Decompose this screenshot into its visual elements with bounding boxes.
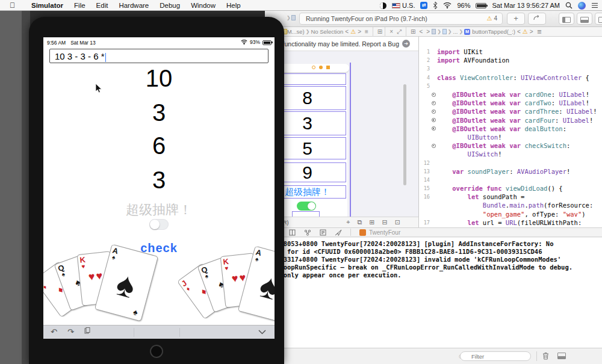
next-issue-icon[interactable]: > <box>528 28 535 35</box>
update-frames-icon[interactable]: ⌖ <box>346 218 350 226</box>
menu-extra-icon[interactable] <box>380 2 386 9</box>
card-suit-art: ♠ <box>98 260 154 310</box>
vc-exit-icon[interactable] <box>312 66 315 69</box>
wifi-icon[interactable] <box>443 2 452 8</box>
jump-symbol[interactable]: buttonTapped(_:) <box>472 28 515 35</box>
ib-outlet-connector-icon[interactable] <box>432 144 436 148</box>
menu-help[interactable]: Help <box>221 2 246 9</box>
dismiss-keyboard-icon[interactable] <box>258 330 266 335</box>
environment-overrides-icon[interactable] <box>320 229 326 236</box>
code-line: 16 let soundPath = <box>419 193 602 201</box>
warning-icon[interactable]: ⚠ <box>350 28 356 35</box>
method-badge-icon: M <box>464 29 470 35</box>
back-icon[interactable]: < <box>417 28 424 35</box>
warning-icon[interactable]: ⚠ <box>523 28 528 35</box>
debug-memory-graph-icon[interactable] <box>304 229 311 236</box>
tracking-icon[interactable]: ⊞ <box>409 28 417 35</box>
console-filter-input[interactable] <box>460 351 531 361</box>
menu-debug[interactable]: Debug <box>154 2 185 9</box>
assistant-editor-button[interactable] <box>577 13 592 25</box>
minimap-icon[interactable]: ≣ <box>535 28 544 35</box>
undo-icon[interactable]: ↶ <box>51 327 57 336</box>
console-log-line: l only appear once per execution. <box>276 271 602 279</box>
us-flag-icon <box>392 3 400 8</box>
ib-outlet-connector-icon[interactable] <box>432 110 436 114</box>
ib-outlet-connector-icon[interactable] <box>432 93 436 97</box>
paste-icon[interactable] <box>84 327 90 335</box>
code-line: UIButton! <box>419 133 602 141</box>
ib-check-switch[interactable] <box>297 202 316 211</box>
assistant-link-button[interactable] <box>528 13 546 25</box>
battery-percent: 96% <box>457 2 470 9</box>
check-switch-toggle[interactable] <box>149 219 169 230</box>
jump-selection[interactable]: No Selection <box>311 28 343 35</box>
expression-value: 10 3 - 3 - 6 * <box>55 51 105 61</box>
prev-issue-icon[interactable]: < <box>515 28 523 35</box>
apple-menu-icon[interactable]:  <box>10 1 15 10</box>
menu-window[interactable]: Window <box>185 2 221 9</box>
resolve-issues-icon[interactable]: ⊡ <box>395 218 400 226</box>
version-editor-button[interactable] <box>595 13 602 25</box>
console-output[interactable]: 998053+0800 TwentyFour[72024:20028123] [… <box>265 238 602 348</box>
redo-icon[interactable]: ↷ <box>67 327 74 336</box>
menu-hardware[interactable]: Hardware <box>113 2 154 9</box>
jump-bar: ❯ M...se) ❯ No Selection < ⚠ > ≡ ⊞ × ⤢ ⊞… <box>265 27 602 37</box>
next-issue-icon[interactable]: > <box>356 28 363 35</box>
teamviewer-icon[interactable]: ⇄ <box>420 2 427 9</box>
code-line: 14 <box>419 176 602 184</box>
add-constraints-icon[interactable]: ⊟ <box>382 218 388 226</box>
close-assistant-icon[interactable]: × <box>388 28 395 35</box>
super-deal-button[interactable]: 超级抽牌！ <box>43 201 275 219</box>
vc-icon[interactable] <box>319 66 323 69</box>
prev-issue-icon[interactable]: < <box>343 28 350 35</box>
card-corner: Q♠ <box>200 265 210 280</box>
simulate-location-icon[interactable] <box>335 229 342 236</box>
report-bug-arrow-icon[interactable]: ➔ <box>402 40 410 48</box>
menu-clock[interactable]: Sat Mar 13 9:56:27 AM <box>492 2 560 9</box>
notification-center-icon[interactable] <box>591 2 598 8</box>
view-debugger-icon[interactable] <box>289 229 296 236</box>
activity-warning-badge[interactable]: ⚠ 4 <box>486 15 497 22</box>
ib-check-button-partial[interactable] <box>292 211 320 217</box>
group-icon <box>442 29 447 34</box>
menu-file[interactable]: File <box>69 2 91 9</box>
ib-outlet-connector-icon[interactable] <box>432 118 436 122</box>
input-source-menu[interactable]: U.S. <box>392 2 415 9</box>
card-corner: A♠ <box>110 246 119 261</box>
expand-icon[interactable]: ⤢ <box>395 28 403 35</box>
source-editor[interactable]: 1import UIKit2import AVFoundation34class… <box>419 37 602 227</box>
menu-simulator[interactable]: Simulator <box>26 2 69 9</box>
console-pane-toggle-icon[interactable] <box>557 353 566 359</box>
jump-file-name[interactable]: M...se) <box>287 28 305 35</box>
input-source-label: U.S. <box>402 2 415 9</box>
align-icon[interactable]: ⊞ <box>369 218 374 226</box>
spotlight-icon[interactable] <box>565 2 573 9</box>
canvas-vertical-scrollbar[interactable] <box>403 84 406 185</box>
library-add-button[interactable]: + <box>507 13 525 25</box>
ib-outlet-connector-icon[interactable] <box>432 126 436 131</box>
debug-target-label: TwentyFour <box>369 229 400 236</box>
first-responder-icon[interactable] <box>326 66 330 69</box>
code-line: 2import AVFoundation <box>419 56 602 64</box>
code-line: @IBOutlet weak var cardFour: UILabel! <box>419 116 602 125</box>
ib-outlet-connector-icon[interactable] <box>432 101 436 105</box>
debug-process-chip[interactable]: TwentyFour <box>359 229 400 236</box>
storyboard-canvas[interactable]: 8359超级抽牌！ <box>265 51 418 217</box>
ipad-simulator: 9:56 AM Sat Mar 13 93% 10 3 - 3 - 6 * 10… <box>29 17 284 364</box>
menu-edit[interactable]: Edit <box>91 2 114 9</box>
forward-icon[interactable]: > <box>424 28 432 35</box>
expression-text-field[interactable]: 10 3 - 3 - 6 * <box>49 49 268 63</box>
siri-icon[interactable] <box>578 2 586 10</box>
home-button[interactable] <box>150 345 163 358</box>
document-outline-icon[interactable]: ≡ <box>363 28 370 35</box>
jump-ellipsis[interactable]: ... <box>453 28 458 35</box>
editor-mode-icon[interactable]: ⊞ <box>376 28 384 35</box>
bluetooth-icon[interactable] <box>433 2 438 9</box>
report-bug-link[interactable]: Report a Bug <box>362 40 399 48</box>
standard-editor-button[interactable] <box>559 13 574 25</box>
line-number: 16 <box>419 194 430 200</box>
code-line: 3 <box>419 64 602 73</box>
clear-console-icon[interactable] <box>542 352 549 360</box>
embed-in-stack-icon[interactable]: ⧉ <box>357 218 362 226</box>
battery-icon[interactable] <box>476 3 486 8</box>
